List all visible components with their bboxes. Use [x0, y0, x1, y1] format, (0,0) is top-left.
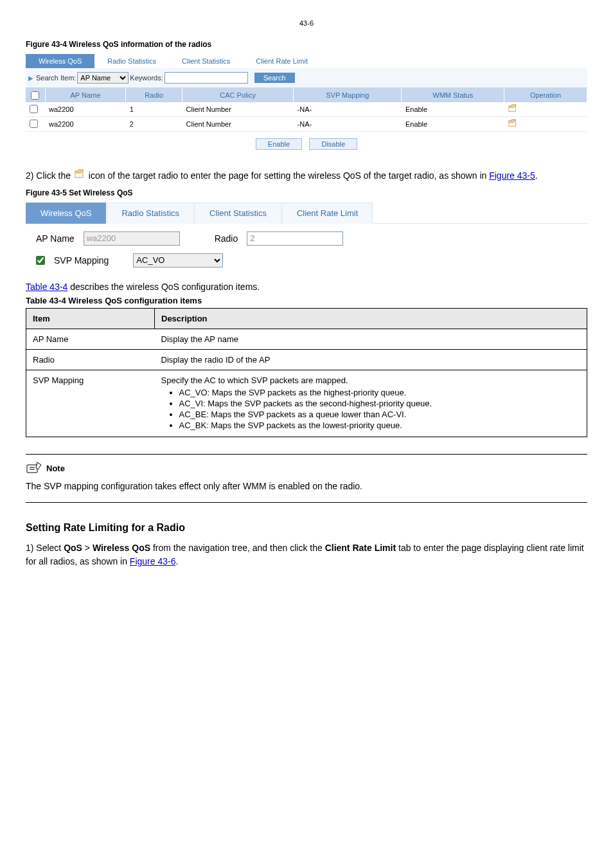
note-icon — [26, 461, 42, 476]
note-box: Note The SVP mapping configuration takes… — [26, 454, 587, 503]
page-number: 43-6 — [26, 19, 587, 27]
search-bar: ▶ Search Item: AP Name Keywords: Search — [26, 68, 587, 88]
cell-svp: -NA- — [294, 102, 402, 117]
section-heading: Setting Rate Limiting for a Radio — [26, 522, 587, 534]
tab-client-statistics[interactable]: Client Statistics — [195, 203, 281, 224]
figure1-caption: Figure 43-4 Wireless QoS information of … — [26, 40, 587, 49]
cell-ap: wa2200 — [45, 102, 126, 117]
figure2-caption: Figure 43-5 Set Wireless QoS — [26, 188, 587, 197]
enable-button[interactable]: Enable — [256, 138, 302, 150]
search-item-select[interactable]: AP Name — [77, 72, 129, 84]
table-row: AP Name Display the AP name — [26, 329, 587, 349]
col-ap-name: AP Name — [45, 88, 126, 102]
list-item: AC_BE: Maps the SVP packets as a queue l… — [179, 410, 581, 419]
svp-mapping-checkbox[interactable] — [36, 256, 45, 265]
ap-name-field — [84, 231, 180, 246]
select-all-checkbox[interactable] — [31, 91, 39, 100]
tab-radio-statistics[interactable]: Radio Statistics — [107, 203, 194, 224]
cell-radio: 1 — [126, 102, 182, 117]
row-checkbox[interactable] — [30, 105, 38, 113]
figure-link[interactable]: Figure 43-6 — [130, 556, 176, 566]
edit-icon — [75, 169, 85, 183]
col-radio: Radio — [126, 88, 182, 102]
search-arrow-icon: ▶ — [28, 75, 33, 82]
keywords-input[interactable] — [164, 72, 248, 84]
config-items-table: Item Description AP Name Display the AP … — [26, 308, 587, 437]
list-item: AC_VO: Maps the SVP packets as the highe… — [179, 388, 581, 397]
tab-client-statistics[interactable]: Client Statistics — [169, 54, 243, 68]
cell-desc: Display the AP name — [155, 329, 587, 349]
cell-cac: Client Number — [182, 116, 294, 131]
action-button-row: Enable Disable — [26, 132, 587, 156]
list-item: AC_VI: Maps the SVP packets as the secon… — [179, 399, 581, 408]
step2-paragraph: 2) Click the icon of the target radio to… — [26, 169, 587, 183]
cell-item: AP Name — [26, 329, 155, 349]
search-item-label: Search Item: — [36, 74, 76, 82]
cell-desc: Specify the AC to which SVP packets are … — [155, 370, 587, 437]
cell-radio: 2 — [126, 116, 182, 131]
table-intro: Table 43-4 describes the wireless QoS co… — [26, 282, 587, 292]
form-row-svp: SVP Mapping AC_VO — [26, 253, 587, 275]
tabs-bar-2: Wireless QoS Radio Statistics Client Sta… — [26, 203, 587, 224]
table-row: SVP Mapping Specify the AC to which SVP … — [26, 370, 587, 437]
table-row: Radio Display the radio ID of the AP — [26, 349, 587, 370]
list-item: AC_BK: Maps the SVP packets as the lowes… — [179, 420, 581, 430]
disable-button[interactable]: Disable — [309, 138, 357, 150]
search-button[interactable]: Search — [254, 73, 295, 83]
cell-wmm: Enable — [402, 116, 504, 131]
tab-radio-statistics[interactable]: Radio Statistics — [94, 54, 169, 68]
figure-link[interactable]: Figure 43-5 — [489, 170, 535, 181]
tab-client-rate-limit[interactable]: Client Rate Limit — [282, 203, 373, 224]
screenshot-wireless-qos-list: Wireless QoS Radio Statistics Client Sta… — [26, 54, 587, 156]
col-wmm-status: WMM Status — [402, 88, 504, 102]
edit-icon[interactable] — [508, 119, 517, 128]
cell-desc: Display the radio ID of the AP — [155, 349, 587, 370]
row-checkbox[interactable] — [30, 120, 38, 128]
table-row: wa2200 2 Client Number -NA- Enable — [26, 116, 587, 131]
th-description: Description — [155, 308, 587, 329]
tab-client-rate-limit[interactable]: Client Rate Limit — [243, 54, 321, 68]
cell-cac: Client Number — [182, 102, 294, 117]
note-title: Note — [46, 464, 65, 473]
tabs-bar-1: Wireless QoS Radio Statistics Client Sta… — [26, 54, 587, 68]
cell-ap: wa2200 — [45, 116, 126, 131]
screenshot-set-wireless-qos: Wireless QoS Radio Statistics Client Sta… — [26, 203, 587, 275]
table-link[interactable]: Table 43-4 — [26, 282, 67, 292]
keywords-label: Keywords: — [130, 74, 163, 82]
th-item: Item — [26, 308, 155, 329]
form-row-apname-radio: AP Name Radio — [26, 224, 587, 253]
cell-item: SVP Mapping — [26, 370, 155, 437]
ap-name-label: AP Name — [36, 233, 75, 244]
tab-wireless-qos[interactable]: Wireless QoS — [26, 54, 94, 68]
svp-mapping-label: SVP Mapping — [54, 255, 109, 266]
table-title: Table 43-4 Wireless QoS configuration it… — [26, 296, 587, 305]
table-row: wa2200 1 Client Number -NA- Enable — [26, 102, 587, 117]
col-operation: Operation — [504, 88, 587, 102]
cell-item: Radio — [26, 349, 155, 370]
svp-mapping-select[interactable]: AC_VO — [133, 253, 223, 267]
tab-wireless-qos[interactable]: Wireless QoS — [26, 203, 106, 224]
steps: 1) Select QoS > Wireless QoS from the na… — [26, 541, 587, 568]
note-body: The SVP mapping configuration takes effe… — [26, 480, 587, 493]
radio-label: Radio — [215, 233, 238, 244]
step1: 1) Select QoS > Wireless QoS from the na… — [26, 541, 587, 568]
edit-icon[interactable] — [508, 104, 517, 113]
col-cac-policy: CAC Policy — [182, 88, 294, 102]
cell-svp: -NA- — [294, 116, 402, 131]
radio-field — [247, 231, 343, 246]
col-svp-mapping: SVP Mapping — [294, 88, 402, 102]
svg-rect-3 — [27, 465, 37, 473]
radio-grid: AP Name Radio CAC Policy SVP Mapping WMM… — [26, 88, 587, 132]
cell-wmm: Enable — [402, 102, 504, 117]
